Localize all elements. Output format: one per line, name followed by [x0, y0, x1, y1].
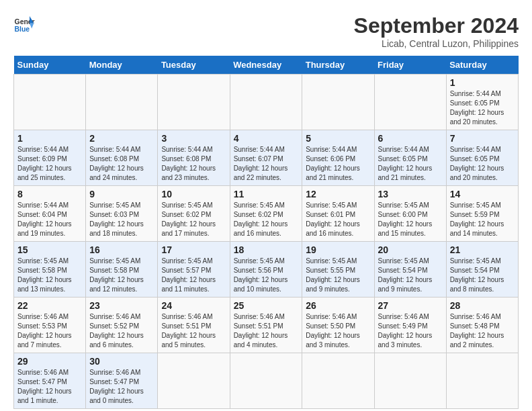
calendar-cell: 29 Sunrise: 5:46 AMSunset: 5:47 PMDaylig… [14, 353, 86, 409]
calendar-cell: 22 Sunrise: 5:46 AMSunset: 5:53 PMDaylig… [14, 298, 86, 353]
day-number: 22 [17, 300, 82, 311]
calendar-cell: 30 Sunrise: 5:46 AMSunset: 5:47 PMDaylig… [86, 353, 158, 409]
day-number: 16 [89, 244, 154, 255]
day-detail: Sunrise: 5:44 AMSunset: 6:05 PMDaylight:… [378, 146, 433, 181]
svg-marker-3 [30, 23, 34, 28]
calendar-cell: 3 Sunrise: 5:44 AMSunset: 6:08 PMDayligh… [158, 130, 230, 186]
day-detail: Sunrise: 5:45 AMSunset: 5:58 PMDaylight:… [17, 257, 72, 293]
day-detail: Sunrise: 5:46 AMSunset: 5:47 PMDaylight:… [89, 369, 144, 404]
day-detail: Sunrise: 5:46 AMSunset: 5:47 PMDaylight:… [17, 369, 72, 404]
day-number: 30 [89, 356, 154, 367]
calendar-cell: 10 Sunrise: 5:45 AMSunset: 6:02 PMDaylig… [158, 186, 230, 242]
header: General Blue September 2024 Licab, Centr… [13, 13, 519, 49]
calendar-cell: 28 Sunrise: 5:46 AMSunset: 5:48 PMDaylig… [446, 298, 518, 353]
title-area: September 2024 Licab, Central Luzon, Phi… [354, 13, 519, 49]
day-number: 3 [161, 133, 226, 144]
day-of-week-header: Monday [86, 56, 158, 75]
day-number: 15 [17, 244, 82, 255]
day-number: 24 [161, 300, 226, 311]
day-number: 27 [378, 300, 443, 311]
day-number: 13 [378, 189, 443, 199]
day-detail: Sunrise: 5:44 AMSunset: 6:06 PMDaylight:… [306, 146, 360, 181]
calendar-cell [86, 75, 158, 130]
calendar-week-row: 29 Sunrise: 5:46 AMSunset: 5:47 PMDaylig… [14, 353, 519, 409]
calendar-cell: 9 Sunrise: 5:45 AMSunset: 6:03 PMDayligh… [86, 186, 158, 242]
calendar-cell: 16 Sunrise: 5:45 AMSunset: 5:58 PMDaylig… [86, 242, 158, 298]
day-of-week-header: Friday [374, 56, 446, 75]
day-detail: Sunrise: 5:45 AMSunset: 6:02 PMDaylight:… [234, 201, 288, 237]
day-number: 4 [234, 133, 299, 144]
day-number: 14 [450, 189, 515, 199]
day-detail: Sunrise: 5:45 AMSunset: 5:57 PMDaylight:… [161, 257, 216, 293]
calendar-cell [446, 353, 518, 409]
calendar-cell [374, 353, 446, 409]
calendar-cell: 7 Sunrise: 5:44 AMSunset: 6:05 PMDayligh… [446, 130, 518, 186]
calendar-cell [158, 75, 230, 130]
calendar-cell [158, 353, 230, 409]
calendar-cell: 19 Sunrise: 5:45 AMSunset: 5:55 PMDaylig… [302, 242, 374, 298]
day-number: 2 [89, 133, 154, 144]
calendar-cell [374, 75, 446, 130]
calendar-cell [302, 353, 374, 409]
day-detail: Sunrise: 5:46 AMSunset: 5:53 PMDaylight:… [17, 313, 72, 349]
day-number: 11 [234, 189, 299, 199]
calendar-cell: 1 Sunrise: 5:44 AMSunset: 6:09 PMDayligh… [14, 130, 86, 186]
day-detail: Sunrise: 5:44 AMSunset: 6:04 PMDaylight:… [17, 201, 72, 237]
day-number: 23 [89, 300, 154, 311]
calendar-cell: 14 Sunrise: 5:45 AMSunset: 5:59 PMDaylig… [446, 186, 518, 242]
calendar-cell: 6 Sunrise: 5:44 AMSunset: 6:05 PMDayligh… [374, 130, 446, 186]
day-number: 8 [17, 189, 82, 199]
day-detail: Sunrise: 5:46 AMSunset: 5:51 PMDaylight:… [234, 313, 288, 349]
main-title: September 2024 [354, 13, 519, 38]
calendar-cell: 11 Sunrise: 5:45 AMSunset: 6:02 PMDaylig… [230, 186, 302, 242]
calendar-week-row: 8 Sunrise: 5:44 AMSunset: 6:04 PMDayligh… [14, 186, 519, 242]
day-number: 21 [450, 244, 515, 255]
calendar-cell: 15 Sunrise: 5:45 AMSunset: 5:58 PMDaylig… [14, 242, 86, 298]
calendar-week-row: 22 Sunrise: 5:46 AMSunset: 5:53 PMDaylig… [14, 298, 519, 353]
day-detail: Sunrise: 5:46 AMSunset: 5:51 PMDaylight:… [161, 313, 216, 349]
calendar-table: SundayMondayTuesdayWednesdayThursdayFrid… [13, 56, 519, 409]
day-detail: Sunrise: 5:45 AMSunset: 5:58 PMDaylight:… [89, 257, 144, 293]
day-number: 1 [17, 133, 82, 144]
day-number: 17 [161, 244, 226, 255]
calendar-cell: 4 Sunrise: 5:44 AMSunset: 6:07 PMDayligh… [230, 130, 302, 186]
day-number: 9 [89, 189, 154, 199]
calendar-cell [230, 353, 302, 409]
days-of-week-row: SundayMondayTuesdayWednesdayThursdayFrid… [14, 56, 519, 75]
day-number: 19 [306, 244, 370, 255]
day-number: 1 [450, 77, 515, 88]
calendar-week-row: 1 Sunrise: 5:44 AMSunset: 6:05 PMDayligh… [14, 75, 519, 130]
day-detail: Sunrise: 5:45 AMSunset: 5:54 PMDaylight:… [450, 257, 504, 293]
day-number: 25 [234, 300, 299, 311]
day-detail: Sunrise: 5:44 AMSunset: 6:05 PMDaylight:… [450, 146, 504, 181]
subtitle: Licab, Central Luzon, Philippines [354, 38, 519, 49]
day-number: 20 [378, 244, 443, 255]
calendar-week-row: 1 Sunrise: 5:44 AMSunset: 6:09 PMDayligh… [14, 130, 519, 186]
calendar-cell: 18 Sunrise: 5:45 AMSunset: 5:56 PMDaylig… [230, 242, 302, 298]
day-of-week-header: Thursday [302, 56, 374, 75]
day-detail: Sunrise: 5:44 AMSunset: 6:07 PMDaylight:… [234, 146, 288, 181]
day-number: 29 [17, 356, 82, 367]
day-of-week-header: Sunday [14, 56, 86, 75]
day-number: 7 [450, 133, 515, 144]
day-number: 18 [234, 244, 299, 255]
calendar-cell: 21 Sunrise: 5:45 AMSunset: 5:54 PMDaylig… [446, 242, 518, 298]
day-number: 26 [306, 300, 370, 311]
day-of-week-header: Saturday [446, 56, 518, 75]
calendar-cell [230, 75, 302, 130]
day-detail: Sunrise: 5:44 AMSunset: 6:08 PMDaylight:… [89, 146, 144, 181]
day-of-week-header: Tuesday [158, 56, 230, 75]
day-detail: Sunrise: 5:46 AMSunset: 5:52 PMDaylight:… [89, 313, 144, 349]
day-detail: Sunrise: 5:45 AMSunset: 6:03 PMDaylight:… [89, 201, 144, 237]
calendar-cell [14, 75, 86, 130]
day-detail: Sunrise: 5:46 AMSunset: 5:49 PMDaylight:… [378, 313, 433, 349]
day-number: 28 [450, 300, 515, 311]
calendar-cell: 12 Sunrise: 5:45 AMSunset: 6:01 PMDaylig… [302, 186, 374, 242]
day-detail: Sunrise: 5:45 AMSunset: 6:00 PMDaylight:… [378, 201, 433, 237]
day-of-week-header: Wednesday [230, 56, 302, 75]
day-detail: Sunrise: 5:44 AMSunset: 6:09 PMDaylight:… [17, 146, 72, 181]
calendar-cell: 13 Sunrise: 5:45 AMSunset: 6:00 PMDaylig… [374, 186, 446, 242]
logo-icon: General Blue [13, 13, 35, 35]
calendar-cell: 5 Sunrise: 5:44 AMSunset: 6:06 PMDayligh… [302, 130, 374, 186]
calendar-cell: 1 Sunrise: 5:44 AMSunset: 6:05 PMDayligh… [446, 75, 518, 130]
